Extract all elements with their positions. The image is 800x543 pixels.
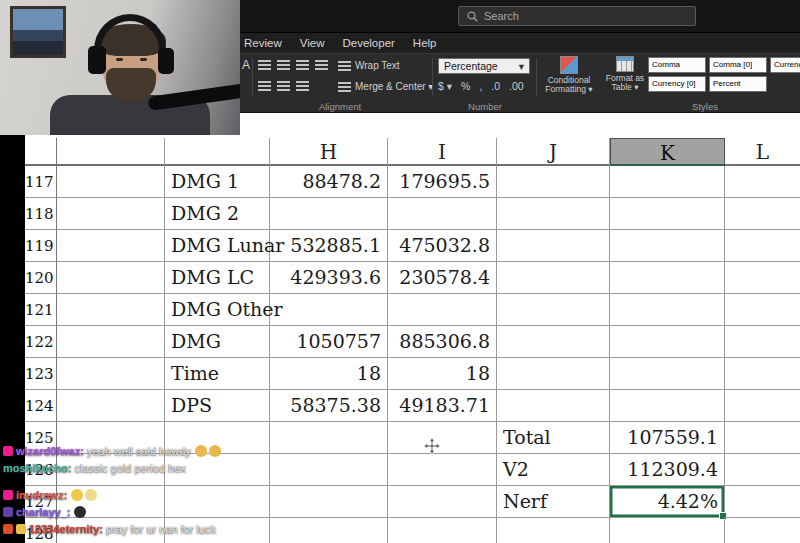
cell-LABEL121[interactable]: DMG Other: [165, 294, 270, 326]
cell-K120[interactable]: [610, 262, 725, 294]
cell-H120[interactable]: 429393.6: [270, 262, 388, 294]
cell-F120[interactable]: [57, 262, 165, 294]
cell-LABEL120[interactable]: DMG LC: [165, 262, 270, 294]
chat-username[interactable]: 12334eternity:: [29, 523, 106, 535]
cell-J125[interactable]: Total: [497, 422, 610, 454]
cell-L121[interactable]: [725, 294, 800, 326]
number-button-0[interactable]: $ ▾: [438, 80, 452, 92]
style-currency-0-[interactable]: Currency [0]: [648, 76, 706, 92]
cell-J121[interactable]: [497, 294, 610, 326]
orientation-icon[interactable]: [315, 60, 328, 70]
cell-H121[interactable]: [270, 294, 388, 326]
menu-review[interactable]: Review: [244, 37, 282, 49]
align-middle-icon[interactable]: [277, 60, 290, 70]
col-header-f[interactable]: [57, 138, 165, 166]
style-percent[interactable]: Percent: [709, 76, 767, 92]
cell-F118[interactable]: [57, 198, 165, 230]
cell-H127[interactable]: [270, 486, 388, 518]
cell-F119[interactable]: [57, 230, 165, 262]
cell-J119[interactable]: [497, 230, 610, 262]
cell-K117[interactable]: [610, 166, 725, 198]
cell-I121[interactable]: [388, 294, 497, 326]
wrap-text-button[interactable]: Wrap Text: [338, 60, 400, 71]
cell-H119[interactable]: 532885.1: [270, 230, 388, 262]
cell-H123[interactable]: 18: [270, 358, 388, 390]
cell-LABEL124[interactable]: DPS: [165, 390, 270, 422]
cell-H124[interactable]: 58375.38: [270, 390, 388, 422]
cell-L124[interactable]: [725, 390, 800, 422]
col-header-L[interactable]: L: [725, 138, 800, 166]
col-header-H[interactable]: H: [270, 138, 388, 166]
col-header-K[interactable]: K: [610, 138, 725, 166]
cell-I125[interactable]: [388, 422, 497, 454]
chat-username[interactable]: charlayy_:: [16, 506, 73, 518]
cell-K128[interactable]: [610, 518, 725, 543]
cell-J128[interactable]: [497, 518, 610, 543]
merge-center-button[interactable]: Merge & Center ▾: [338, 81, 433, 92]
chat-username[interactable]: inudrawz:: [16, 489, 70, 501]
cell-J118[interactable]: [497, 198, 610, 230]
align-right-icon[interactable]: [296, 81, 309, 91]
cell-L126[interactable]: [725, 454, 800, 486]
cell-F123[interactable]: [57, 358, 165, 390]
row-header-124[interactable]: 124: [25, 390, 57, 422]
cell-J126[interactable]: V2: [497, 454, 610, 486]
cell-H126[interactable]: [270, 454, 388, 486]
cell-K118[interactable]: [610, 198, 725, 230]
cell-LABEL123[interactable]: Time: [165, 358, 270, 390]
col-header-label[interactable]: [165, 138, 270, 166]
cell-F124[interactable]: [57, 390, 165, 422]
cell-J124[interactable]: [497, 390, 610, 422]
cell-H125[interactable]: [270, 422, 388, 454]
chat-username[interactable]: wizard0fwaz:: [16, 445, 87, 457]
menu-developer[interactable]: Developer: [342, 37, 394, 49]
search-box[interactable]: Search: [458, 6, 696, 26]
conditional-formatting-button[interactable]: Conditional Formatting ▾: [540, 56, 598, 94]
row-header-121[interactable]: 121: [25, 294, 57, 326]
col-header-I[interactable]: I: [388, 138, 497, 166]
cell-I122[interactable]: 885306.8: [388, 326, 497, 358]
cell-K119[interactable]: [610, 230, 725, 262]
cell-I126[interactable]: [388, 454, 497, 486]
cell-J123[interactable]: [497, 358, 610, 390]
cell-J117[interactable]: [497, 166, 610, 198]
cell-LABEL117[interactable]: DMG 1: [165, 166, 270, 198]
cell-L118[interactable]: [725, 198, 800, 230]
number-button-4[interactable]: .00: [509, 80, 524, 92]
cell-K121[interactable]: [610, 294, 725, 326]
row-header-119[interactable]: 119: [25, 230, 57, 262]
cell-L123[interactable]: [725, 358, 800, 390]
cell-F121[interactable]: [57, 294, 165, 326]
cell-L128[interactable]: [725, 518, 800, 543]
cell-H122[interactable]: 1050757: [270, 326, 388, 358]
row-header-118[interactable]: 118: [25, 198, 57, 230]
align-center-icon[interactable]: [277, 81, 290, 91]
row-header-123[interactable]: 123: [25, 358, 57, 390]
cell-J120[interactable]: [497, 262, 610, 294]
row-header-117[interactable]: 117: [25, 166, 57, 198]
cell-K122[interactable]: [610, 326, 725, 358]
select-all-corner[interactable]: [25, 138, 57, 166]
number-button-2[interactable]: ,: [479, 80, 482, 92]
align-bottom-icon[interactable]: [296, 60, 309, 70]
chat-username[interactable]: moshikocho:: [3, 462, 75, 474]
format-as-table-button[interactable]: Format as Table ▾: [600, 56, 650, 92]
cell-H118[interactable]: [270, 198, 388, 230]
col-header-J[interactable]: J: [497, 138, 610, 166]
cell-K126[interactable]: 112309.4: [610, 454, 725, 486]
cell-I120[interactable]: 230578.4: [388, 262, 497, 294]
cell-LABEL122[interactable]: DMG: [165, 326, 270, 358]
cell-H128[interactable]: [270, 518, 388, 543]
cell-J127[interactable]: Nerf: [497, 486, 610, 518]
cell-L122[interactable]: [725, 326, 800, 358]
cell-H117[interactable]: 88478.2: [270, 166, 388, 198]
menu-view[interactable]: View: [300, 37, 325, 49]
cell-L120[interactable]: [725, 262, 800, 294]
cell-L119[interactable]: [725, 230, 800, 262]
cell-I127[interactable]: [388, 486, 497, 518]
cell-J122[interactable]: [497, 326, 610, 358]
cell-I118[interactable]: [388, 198, 497, 230]
cell-I128[interactable]: [388, 518, 497, 543]
cell-I123[interactable]: 18: [388, 358, 497, 390]
cell-L127[interactable]: [725, 486, 800, 518]
